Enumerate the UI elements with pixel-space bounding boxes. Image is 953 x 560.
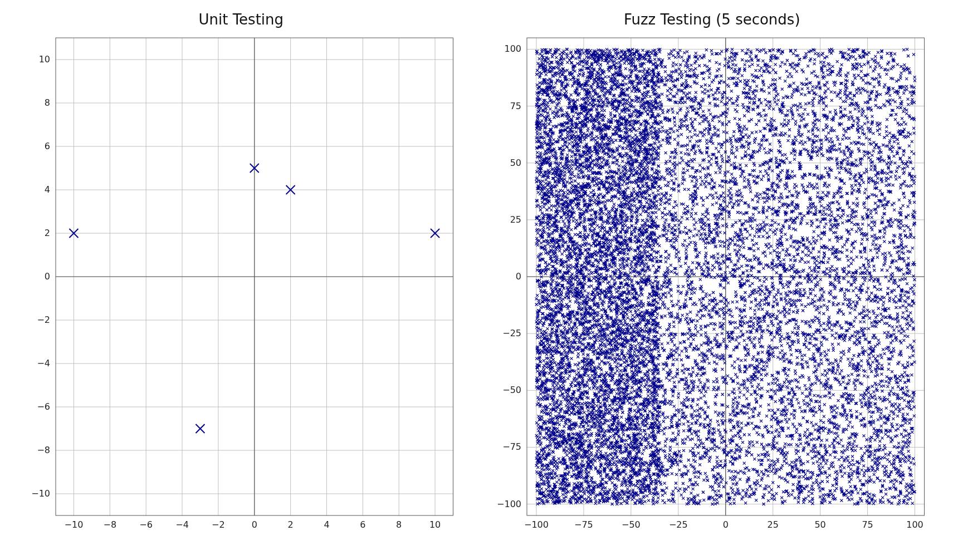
svg-text:10: 10: [429, 519, 441, 530]
svg-text:−50: −50: [502, 385, 521, 395]
svg-text:4: 4: [45, 184, 50, 195]
right-panel: Fuzz Testing (5 seconds) −100−75−50−2502…: [493, 11, 931, 538]
svg-text:−2: −2: [212, 519, 225, 530]
svg-text:−25: −25: [502, 328, 521, 338]
svg-text:50: 50: [510, 158, 521, 168]
svg-text:0: 0: [45, 271, 50, 282]
svg-text:−10: −10: [31, 488, 50, 499]
svg-text:100: 100: [906, 519, 923, 530]
svg-text:100: 100: [504, 43, 521, 54]
svg-text:−100: −100: [524, 519, 549, 530]
svg-text:6: 6: [45, 141, 50, 151]
svg-text:25: 25: [767, 519, 778, 530]
svg-text:0: 0: [722, 519, 728, 530]
svg-text:−8: −8: [37, 445, 50, 455]
svg-text:−50: −50: [621, 519, 640, 530]
svg-text:−75: −75: [574, 519, 593, 530]
svg-text:2: 2: [288, 519, 294, 530]
svg-text:−6: −6: [139, 519, 153, 530]
svg-text:6: 6: [360, 519, 365, 530]
left-plot: −10−8−6−4−20246810−10−8−6−4−20246810: [22, 32, 460, 538]
svg-text:25: 25: [510, 214, 521, 225]
svg-text:−100: −100: [497, 499, 521, 509]
svg-text:−4: −4: [175, 519, 189, 530]
svg-text:50: 50: [814, 519, 825, 530]
right-title: Fuzz Testing (5 seconds): [624, 11, 800, 28]
svg-text:75: 75: [862, 519, 873, 530]
svg-text:0: 0: [515, 271, 521, 282]
right-plot: −100−75−50−250255075100−100−75−50−250255…: [493, 32, 931, 538]
svg-text:−2: −2: [37, 315, 50, 325]
svg-text:−8: −8: [103, 519, 116, 530]
svg-text:2: 2: [45, 228, 50, 238]
left-panel: Unit Testing −10−8−6−4−20246810−10−8−6−4…: [22, 11, 460, 538]
left-title: Unit Testing: [198, 11, 284, 28]
svg-text:−6: −6: [37, 401, 50, 412]
svg-text:8: 8: [396, 519, 402, 530]
svg-text:−4: −4: [37, 358, 50, 369]
svg-text:8: 8: [45, 97, 50, 108]
svg-text:75: 75: [510, 101, 521, 111]
svg-text:4: 4: [324, 519, 329, 530]
svg-text:0: 0: [252, 519, 257, 530]
svg-text:−25: −25: [668, 519, 687, 530]
svg-text:−10: −10: [65, 519, 84, 530]
svg-text:−75: −75: [502, 441, 521, 452]
svg-text:10: 10: [39, 54, 50, 65]
right-plot-wrap: −100−75−50−250255075100−100−75−50−250255…: [493, 32, 931, 538]
left-plot-wrap: −10−8−6−4−20246810−10−8−6−4−20246810: [22, 32, 460, 538]
